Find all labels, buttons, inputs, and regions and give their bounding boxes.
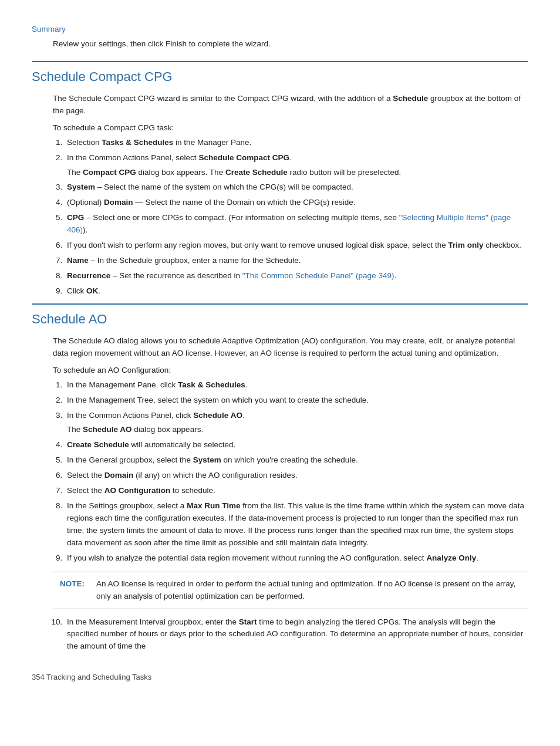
schedule-ao-toline: To schedule an AO Configuration:: [53, 364, 528, 377]
ao-step-6: Select the Domain (if any) on which the …: [65, 470, 528, 482]
ao-step-2: In the Management Tree, select the syste…: [65, 394, 528, 407]
step-8: Recurrence – Set the recurrence as descr…: [65, 270, 528, 282]
ao-step-9: If you wish to analyze the potential dat…: [65, 552, 528, 565]
schedule-compact-cpg-steps: Selection Tasks & Schedules in the Manag…: [65, 137, 528, 298]
schedule-ao-intro: The Schedule AO dialog allows you to sch…: [53, 335, 528, 360]
summary-section: Summary Review your settings, then click…: [32, 23, 528, 50]
note-text: An AO license is required in order to pe…: [96, 578, 521, 603]
schedule-ao-steps: In the Management Pane, click Task & Sch…: [65, 379, 528, 565]
step-4: (Optional) Domain — Select the name of t…: [65, 197, 528, 209]
schedule-ao-title: Schedule AO: [32, 303, 528, 329]
intro-text-1: The Schedule Compact CPG wizard is simil…: [53, 94, 393, 103]
schedule-compact-cpg-title: Schedule Compact CPG: [32, 61, 528, 87]
ao-step-10: In the Measurement Interval groupbox, en…: [65, 616, 528, 653]
schedule-compact-cpg-intro: The Schedule Compact CPG wizard is simil…: [53, 93, 528, 117]
step-6: If you don't wish to perform any region …: [65, 239, 528, 252]
page-footer: 354 Tracking and Scheduling Tasks: [32, 671, 528, 683]
summary-label: Summary: [32, 23, 528, 36]
step-2: In the Common Actions Panel, select Sche…: [65, 152, 528, 179]
ao-step-7: Select the AO Configuration to schedule.: [65, 485, 528, 497]
ao-step-8: In the Settings groupbox, select a Max R…: [65, 500, 528, 549]
summary-text: Review your settings, then click Finish …: [53, 38, 528, 50]
common-schedule-panel-link[interactable]: "The Common Schedule Panel" (page 349): [242, 271, 394, 280]
intro-bold: Schedule: [393, 94, 428, 103]
ao-step-3: In the Common Actions Panel, click Sched…: [65, 410, 528, 437]
ao-step-1: In the Management Pane, click Task & Sch…: [65, 379, 528, 391]
note-label: NOTE:: [60, 578, 90, 590]
schedule-ao-step10-list: In the Measurement Interval groupbox, en…: [65, 616, 528, 653]
step-1: Selection Tasks & Schedules in the Manag…: [65, 137, 528, 149]
note-box: NOTE: An AO license is required in order…: [53, 572, 528, 609]
step-9: Click OK.: [65, 285, 528, 298]
step-5: CPG – Select one or more CPGs to compact…: [65, 212, 528, 237]
step-3: System – Select the name of the system o…: [65, 181, 528, 194]
step-7: Name – In the Schedule groupbox, enter a…: [65, 255, 528, 267]
ao-step-4: Create Schedule will automatically be se…: [65, 439, 528, 451]
schedule-compact-cpg-section: Schedule Compact CPG The Schedule Compac…: [32, 61, 528, 298]
schedule-compact-cpg-toline: To schedule a Compact CPG task:: [53, 122, 528, 134]
schedule-ao-body: The Schedule AO dialog allows you to sch…: [53, 335, 528, 653]
ao-step-5: In the General groupbox, select the Syst…: [65, 454, 528, 467]
schedule-compact-cpg-body: The Schedule Compact CPG wizard is simil…: [53, 93, 528, 298]
schedule-ao-section: Schedule AO The Schedule AO dialog allow…: [32, 303, 528, 653]
